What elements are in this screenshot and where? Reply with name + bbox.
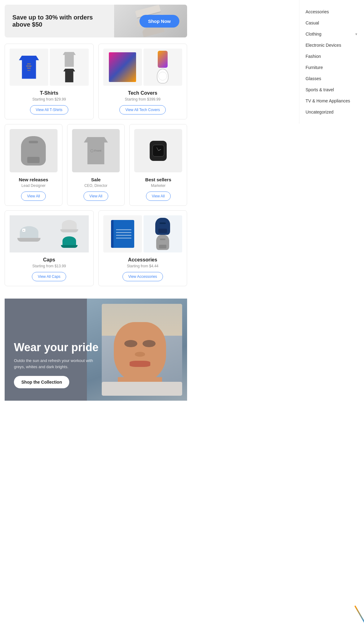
cap-img-2 xyxy=(50,215,88,252)
view-tshirts-button[interactable]: View All T-Shirts xyxy=(30,105,68,114)
sale-title: Sale xyxy=(91,177,101,182)
tshirt-blue-img: yourdesignhereVol.1 xyxy=(10,49,48,86)
sidebar-glasses-label: Glasses xyxy=(306,76,321,81)
caps-name: Caps xyxy=(43,257,55,263)
tablet-img xyxy=(103,49,142,86)
caps-card: ■ xyxy=(5,210,94,286)
sidebar-item-casual[interactable]: Casual xyxy=(304,17,359,28)
sidebar-item-glasses[interactable]: Glasses xyxy=(304,73,359,84)
sidebar-uncategorized-label: Uncategorized xyxy=(306,110,333,114)
notebook-shape xyxy=(111,220,134,248)
new-releases-card: New releases Lead Designer View All xyxy=(5,124,62,206)
backpacks-img xyxy=(143,215,182,252)
sidebar-item-clothing[interactable]: Clothing ▼ xyxy=(304,28,359,40)
accessories-price: Starting from $4.44 xyxy=(127,264,158,268)
shirt-image: ◯ Front xyxy=(72,129,120,172)
view-sale-button[interactable]: View All xyxy=(84,192,108,201)
best-sellers-card: Best sellers Marketer View All xyxy=(129,124,187,206)
sidebar-sports-label: Sports & travel xyxy=(306,87,334,92)
tshirts-name: T-Shirts xyxy=(40,90,58,96)
accessories-card: Accessories Starting from $4.44 View Acc… xyxy=(98,210,187,286)
view-tech-covers-button[interactable]: View All Tech Covers xyxy=(119,105,166,114)
smartwatch-shape xyxy=(150,141,167,161)
caps-price: Starting from $13.99 xyxy=(32,264,66,268)
promo-title: Wear your pride xyxy=(14,341,101,354)
sidebar-item-tv-home[interactable]: TV & Home Appliances xyxy=(304,95,359,106)
banner-text: Save up to 30% with orders above $50 xyxy=(12,14,105,28)
sidebar-fashion-label: Fashion xyxy=(306,54,321,59)
tshirt-gray-img xyxy=(50,49,88,86)
tablet-screen-shape xyxy=(109,52,136,82)
tshirts-card: yourdesignhereVol.1 T-Shirts Starting fr… xyxy=(5,44,94,119)
sidebar: Accessories Casual Clothing ▼ Electronic… xyxy=(299,0,364,124)
cap-img-1: ■ xyxy=(10,215,48,252)
caps-images: ■ xyxy=(10,215,89,252)
tech-covers-images xyxy=(103,49,182,86)
promo-face-image xyxy=(87,299,187,401)
new-releases-role: Lead Designer xyxy=(21,183,45,188)
sale-role: CEO, Director xyxy=(84,183,108,188)
view-best-sellers-button[interactable]: View All xyxy=(146,192,171,201)
bottom-promo-banner: Wear your pride Outdo the sun and refres… xyxy=(5,299,187,401)
product-row-2: ■ xyxy=(5,210,187,286)
watch-face xyxy=(158,72,167,80)
accessories-images xyxy=(103,215,182,252)
sidebar-item-electronic-devices[interactable]: Electronic Devices xyxy=(304,40,359,51)
featured-row: New releases Lead Designer View All ◯ Fr… xyxy=(5,124,187,206)
tech-covers-price: Starting from $399.99 xyxy=(125,97,161,101)
sidebar-item-sports-travel[interactable]: Sports & travel xyxy=(304,84,359,95)
smartwatch-face xyxy=(152,145,164,157)
best-sellers-title: Best sellers xyxy=(145,177,171,182)
smartwatch-image xyxy=(134,129,182,172)
watch-shape xyxy=(157,69,169,84)
tshirts-price: Starting from $29.99 xyxy=(32,97,66,101)
phone-shape xyxy=(158,51,168,68)
shop-now-button[interactable]: Shop Now xyxy=(139,15,179,28)
tech-covers-card: Tech Covers Starting from $399.99 View A… xyxy=(98,44,187,119)
view-caps-button[interactable]: View All Caps xyxy=(32,272,66,281)
best-sellers-role: Marketer xyxy=(151,183,165,188)
sidebar-clothing-label: Clothing xyxy=(306,32,321,37)
sidebar-item-furniture[interactable]: Furniture xyxy=(304,62,359,73)
new-releases-title: New releases xyxy=(19,177,48,182)
promo-description: Outdo the sun and refresh your workout w… xyxy=(14,358,101,370)
view-new-releases-button[interactable]: View All xyxy=(21,192,46,201)
sidebar-furniture-label: Furniture xyxy=(306,65,323,70)
accessories-name: Accessories xyxy=(128,257,157,263)
sidebar-item-uncategorized[interactable]: Uncategorized xyxy=(304,106,359,118)
face-illustration xyxy=(87,299,187,401)
product-row-1: yourdesignhereVol.1 T-Shirts Starting fr… xyxy=(5,44,187,119)
promo-content: Wear your pride Outdo the sun and refres… xyxy=(14,341,101,388)
backpack-image xyxy=(10,129,58,172)
sidebar-electronic-label: Electronic Devices xyxy=(306,43,341,48)
chevron-down-icon: ▼ xyxy=(355,32,358,36)
sidebar-casual-label: Casual xyxy=(306,20,319,25)
view-accessories-button[interactable]: View Accessories xyxy=(122,272,163,281)
shop-collection-button[interactable]: Shop the Collection xyxy=(14,376,69,388)
phone-watch-img xyxy=(143,49,182,86)
promo-banner: Save up to 30% with orders above $50 Sho… xyxy=(5,5,187,37)
tshirts-images: yourdesignhereVol.1 xyxy=(10,49,89,86)
sidebar-item-accessories[interactable]: Accessories xyxy=(304,6,359,17)
notebook-lines xyxy=(116,229,131,239)
notebook-img xyxy=(103,215,142,252)
sidebar-item-fashion[interactable]: Fashion xyxy=(304,51,359,62)
tech-covers-name: Tech Covers xyxy=(128,90,157,96)
sidebar-accessories-label: Accessories xyxy=(306,9,329,14)
sale-card: ◯ Front Sale CEO, Director View All xyxy=(67,124,125,206)
sidebar-tv-label: TV & Home Appliances xyxy=(306,98,350,103)
